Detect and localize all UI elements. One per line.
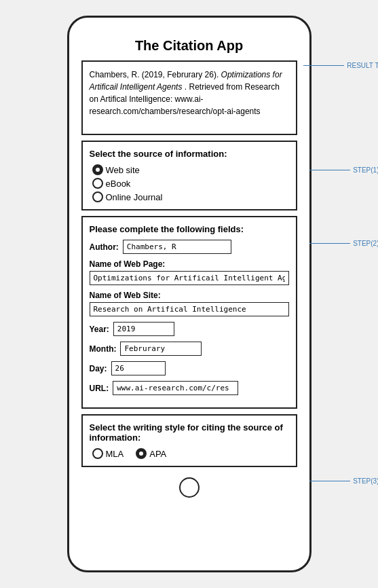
month-input[interactable] [120, 342, 202, 356]
result-text: Chambers, R. (2019, Februrary 26). Optim… [90, 69, 289, 117]
website-field-block: Name of Web Site: [90, 291, 289, 316]
source-radio-group: Web site eBook Online Journal [92, 164, 289, 202]
step2-section: Please complete the following fields: Au… [81, 216, 297, 409]
radio-mla[interactable]: MLA [92, 448, 124, 459]
result-before-italic: Chambers, R. (2019, Februrary 26). [90, 70, 219, 79]
radio-apa-circle[interactable] [136, 448, 147, 459]
radio-website-circle[interactable] [92, 164, 103, 175]
home-button[interactable] [179, 477, 200, 498]
style-radio-group: MLA APA [92, 448, 289, 459]
step3-section: Select the writing style for citing the … [81, 414, 297, 467]
radio-mla-label: MLA [106, 449, 124, 459]
webpage-field-block: Name of Web Page: [90, 259, 289, 285]
webpage-input[interactable] [90, 271, 289, 285]
app-title: The Citation App [76, 31, 303, 60]
result-annotation: RESULT T [303, 62, 378, 69]
website-label: Name of Web Site: [90, 291, 289, 300]
step1-annotation: STEP(1) [309, 166, 378, 174]
radio-website[interactable]: Web site [92, 164, 289, 175]
url-field-row: URL: [90, 381, 289, 395]
radio-ebook-label: eBook [106, 179, 131, 189]
month-label: Month: [90, 344, 117, 354]
radio-website-label: Web site [106, 165, 140, 175]
step1-section: Select the source of information: Web si… [81, 141, 297, 210]
result-section: Chambers, R. (2019, Februrary 26). Optim… [81, 60, 297, 135]
step2-annotation: STEP(2) [309, 240, 378, 247]
radio-ebook[interactable]: eBook [92, 178, 289, 189]
step1-label: Select the source of information: [90, 149, 289, 159]
author-label: Author: [90, 242, 119, 252]
author-input[interactable] [123, 240, 231, 254]
year-label: Year: [90, 325, 109, 334]
author-field-row: Author: [90, 240, 289, 254]
radio-journal-label: Online Journal [106, 192, 163, 202]
radio-mla-circle[interactable] [92, 448, 103, 459]
radio-ebook-circle[interactable] [92, 178, 103, 189]
step2-label: Please complete the following fields: [90, 224, 289, 234]
year-field-row: Year: [90, 322, 289, 336]
year-input[interactable] [113, 322, 174, 336]
day-field-row: Day: [90, 361, 289, 375]
url-label: URL: [90, 384, 109, 393]
radio-journal[interactable]: Online Journal [92, 191, 289, 202]
day-input[interactable] [111, 361, 166, 375]
day-label: Day: [90, 364, 107, 373]
url-input[interactable] [113, 381, 238, 395]
webpage-label: Name of Web Page: [90, 259, 289, 269]
radio-journal-circle[interactable] [92, 191, 103, 202]
step3-annotation: STEP(3) [309, 477, 378, 485]
radio-apa[interactable]: APA [136, 448, 166, 459]
step3-label: Select the writing style for citing the … [90, 422, 289, 443]
month-field-row: Month: [90, 342, 289, 356]
radio-apa-label: APA [149, 449, 166, 459]
website-input[interactable] [90, 302, 289, 316]
